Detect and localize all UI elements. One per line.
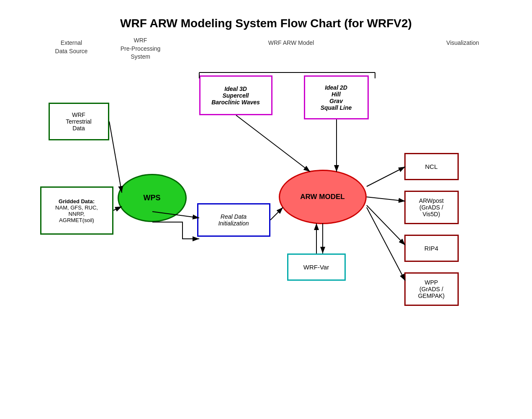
real-data-init-box: Real DataInitialization <box>197 203 270 237</box>
ncl-label: NCL <box>425 163 437 170</box>
ideal-2d-box: Ideal 2DHillGravSquall Line <box>304 75 369 119</box>
wps-ellipse: WPS <box>118 174 187 222</box>
wrf-var-label: WRF-Var <box>303 264 329 271</box>
col-arw-model: WRF ARW Model <box>237 39 346 47</box>
gridded-data-label: Gridded Data:NAM, GFS, RUC,NNRP,AGRMET(s… <box>55 198 98 223</box>
ideal-3d-box: Ideal 3DSupercellBaroclinic Waves <box>199 75 272 115</box>
wrf-terrestrial-box: WRFTerrestrialData <box>49 103 109 140</box>
wpp-box: WPP(GrADS /GEMPAK) <box>404 272 459 306</box>
col-external: ExternalData Source <box>40 39 103 55</box>
svg-line-9 <box>367 205 405 245</box>
svg-line-7 <box>367 167 405 186</box>
ideal-3d-label: Ideal 3DSupercellBaroclinic Waves <box>211 85 260 106</box>
svg-line-1 <box>109 122 122 193</box>
chart-container: WRF ARW Modeling System Flow Chart (for … <box>36 10 496 409</box>
ncl-box: NCL <box>404 153 459 180</box>
ideal-2d-label: Ideal 2DHillGravSquall Line <box>321 84 352 111</box>
rip4-box: RIP4 <box>404 235 459 262</box>
real-data-init-label: Real DataInitialization <box>218 213 249 227</box>
arwpost-box: ARWpost(GrADS /Vis5D) <box>404 191 459 224</box>
wrf-terrestrial-label: WRFTerrestrialData <box>66 111 91 132</box>
svg-line-4 <box>270 207 283 220</box>
arw-model-label: ARW MODEL <box>300 193 344 201</box>
rip4-label: RIP4 <box>424 245 438 252</box>
col-wrf-pre: WRFPre-ProcessingSystem <box>109 36 172 61</box>
wps-label: WPS <box>143 194 160 202</box>
arwpost-label: ARWpost(GrADS /Vis5D) <box>419 197 444 217</box>
arw-model-ellipse: ARW MODEL <box>279 170 367 224</box>
svg-line-8 <box>367 197 405 201</box>
svg-line-5 <box>236 115 310 172</box>
col-visualization: Visualization <box>438 39 488 47</box>
gridded-data-box: Gridded Data:NAM, GFS, RUC,NNRP,AGRMET(s… <box>40 186 113 235</box>
svg-line-10 <box>367 207 405 281</box>
wrf-var-box: WRF-Var <box>287 253 346 281</box>
chart-title: WRF ARW Modeling System Flow Chart (for … <box>36 10 496 39</box>
wpp-label: WPP(GrADS /GEMPAK) <box>418 279 445 299</box>
